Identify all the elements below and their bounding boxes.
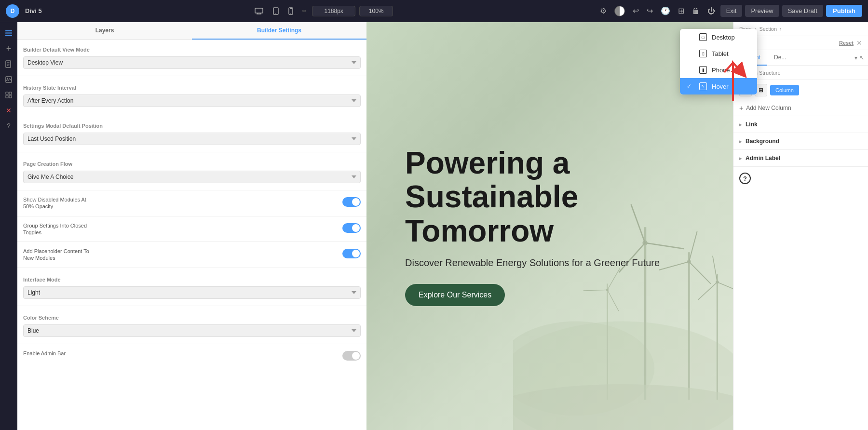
dropdown-item-hover[interactable]: ✓ ↖ Hover: [680, 78, 757, 94]
builder-default-view-select[interactable]: Desktop View: [23, 56, 361, 69]
reset-link[interactable]: Reset: [839, 40, 854, 46]
app-title: Divi 5: [25, 7, 42, 14]
breadcrumb-separator-2: ›: [780, 26, 782, 32]
help-button[interactable]: ?: [739, 173, 751, 184]
delete-button[interactable]: 🗑: [690, 4, 702, 18]
exit-button[interactable]: Exit: [720, 5, 743, 17]
publish-button[interactable]: Publish: [826, 5, 862, 17]
admin-label-section-header[interactable]: ▸ Admin Label: [733, 150, 868, 167]
zoom-input[interactable]: [359, 6, 393, 16]
save-draft-button[interactable]: Save Draft: [782, 5, 823, 17]
svg-point-44: [513, 384, 733, 430]
enable-admin-bar-toggle[interactable]: [342, 351, 361, 361]
page-creation-flow-select[interactable]: Give Me A Choice: [23, 171, 361, 183]
close-right-panel-button[interactable]: ✕: [856, 39, 862, 47]
svg-point-17: [7, 78, 8, 79]
phone-icon: ▮: [699, 66, 707, 74]
add-placeholder-toggle[interactable]: [342, 249, 361, 258]
interface-mode-label: Interface Mode: [23, 277, 361, 282]
tablet-label: Tablet: [712, 50, 729, 57]
tab-design[interactable]: De...: [767, 50, 793, 66]
view-mode-dropdown: ▭ Desktop ▯ Tablet ▮ Phone ✓ ↖ Hover: [680, 29, 757, 94]
add-icon: +: [739, 104, 743, 112]
sidebar-icon-layers[interactable]: [1, 26, 16, 40]
svg-line-37: [717, 278, 733, 296]
column-single-button[interactable]: Column: [770, 85, 799, 95]
add-new-column-button[interactable]: + Add New Column: [733, 100, 868, 116]
show-disabled-modules-toggle[interactable]: [342, 197, 361, 207]
width-input[interactable]: [312, 6, 355, 16]
sidebar-icon-grid[interactable]: [1, 88, 16, 102]
tab-layers[interactable]: Layers: [17, 22, 192, 40]
viewport-icon: ⇔: [300, 8, 308, 14]
hero-content: Powering a Sustainable Tomorrow Discover…: [405, 146, 694, 306]
page-creation-flow-section: Page Creation Flow Give Me A Choice: [17, 154, 366, 188]
svg-line-38: [696, 282, 720, 300]
history-state-label: History State Interval: [23, 85, 361, 91]
canvas: Powering a Sustainable Tomorrow Discover…: [366, 22, 733, 430]
history-state-select[interactable]: After Every Action: [23, 94, 361, 107]
theme-toggle-button[interactable]: [612, 3, 627, 19]
background-arrow-icon: ▸: [739, 139, 742, 144]
desktop-icon: ▭: [699, 33, 707, 41]
phone-view-button[interactable]: [285, 5, 296, 17]
hero-section: Powering a Sustainable Tomorrow Discover…: [366, 22, 733, 430]
show-disabled-modules-row: Show Disabled Modules At 50% Opacity: [17, 192, 366, 214]
svg-rect-18: [6, 92, 8, 94]
sidebar-icon-add[interactable]: +: [1, 41, 16, 56]
background-label: Background: [746, 138, 779, 145]
tab-builder-settings[interactable]: Builder Settings: [192, 22, 366, 40]
panel-tabs: Layers Builder Settings: [17, 22, 366, 40]
topbar: D Divi 5 ⇔ ⚙ ↩ ↪ 🕐 ⊞ 🗑 ⏻ Exit Preview Sa…: [0, 0, 868, 22]
desktop-view-button[interactable]: [252, 6, 266, 16]
hover-label: Hover: [712, 83, 729, 90]
add-placeholder-row: Add Placeholder Content To New Modules: [17, 244, 366, 266]
sidebar-icon-close[interactable]: ✕: [1, 103, 16, 118]
redo-button[interactable]: ↪: [644, 4, 655, 18]
tablet-view-button[interactable]: [270, 5, 282, 17]
view-mode-dropdown-button[interactable]: ▾: [854, 54, 857, 61]
history-state-section: History State Interval After Every Actio…: [17, 78, 366, 112]
hover-icon: ↖: [699, 82, 707, 90]
group-settings-toggle[interactable]: [342, 223, 361, 233]
svg-rect-19: [9, 92, 12, 94]
background-section-header[interactable]: ▸ Background: [733, 133, 868, 150]
dropdown-item-phone[interactable]: ▮ Phone: [680, 62, 757, 78]
color-scheme-section: Color Scheme Blue: [17, 308, 366, 342]
power-button[interactable]: ⏻: [705, 4, 718, 18]
left-content: Layers Builder Settings Builder Default …: [17, 22, 366, 430]
settings-icon-button[interactable]: ⚙: [597, 4, 609, 18]
interface-mode-select[interactable]: Light: [23, 286, 361, 299]
layout-button[interactable]: ⊞: [676, 4, 687, 18]
svg-rect-0: [255, 8, 263, 13]
page-frame: Powering a Sustainable Tomorrow Discover…: [366, 22, 733, 430]
dropdown-item-desktop[interactable]: ▭ Desktop: [680, 29, 757, 45]
svg-rect-11: [5, 35, 12, 36]
dropdown-item-tablet[interactable]: ▯ Tablet: [680, 45, 757, 62]
settings-modal-select[interactable]: Last Used Position: [23, 133, 361, 145]
hero-title: Powering a Sustainable Tomorrow: [405, 146, 694, 248]
link-label: Link: [746, 121, 758, 128]
svg-rect-20: [6, 95, 8, 98]
settings-modal-section: Settings Modal Default Position Last Use…: [17, 116, 366, 150]
app-icon: D: [6, 4, 19, 18]
svg-rect-10: [5, 33, 12, 34]
enable-admin-bar-label: Enable Admin Bar: [23, 350, 66, 357]
group-settings-label: Group Settings Into Closed Toggles: [23, 222, 91, 236]
hero-cta-button[interactable]: Explore Our Services: [405, 284, 505, 306]
left-sidebar-icons: + ✕ ?: [0, 22, 17, 430]
group-settings-row: Group Settings Into Closed Toggles: [17, 218, 366, 240]
undo-button[interactable]: ↩: [630, 4, 641, 18]
topbar-center: ⇔: [52, 5, 594, 17]
history-button[interactable]: 🕐: [658, 4, 673, 18]
svg-point-7: [290, 13, 291, 14]
color-scheme-select[interactable]: Blue: [23, 324, 361, 337]
sidebar-icon-pages[interactable]: [1, 57, 16, 71]
sidebar-icon-help[interactable]: ?: [1, 119, 16, 133]
sidebar-icon-media[interactable]: [1, 72, 16, 87]
left-main: + ✕ ? Layers Builder Settings Builder De…: [0, 22, 366, 430]
hero-subtitle: Discover Renewable Energy Solutions for …: [405, 257, 694, 269]
link-section-header[interactable]: ▸ Link: [733, 116, 868, 133]
preview-button[interactable]: Preview: [745, 5, 779, 17]
svg-rect-9: [5, 30, 12, 31]
